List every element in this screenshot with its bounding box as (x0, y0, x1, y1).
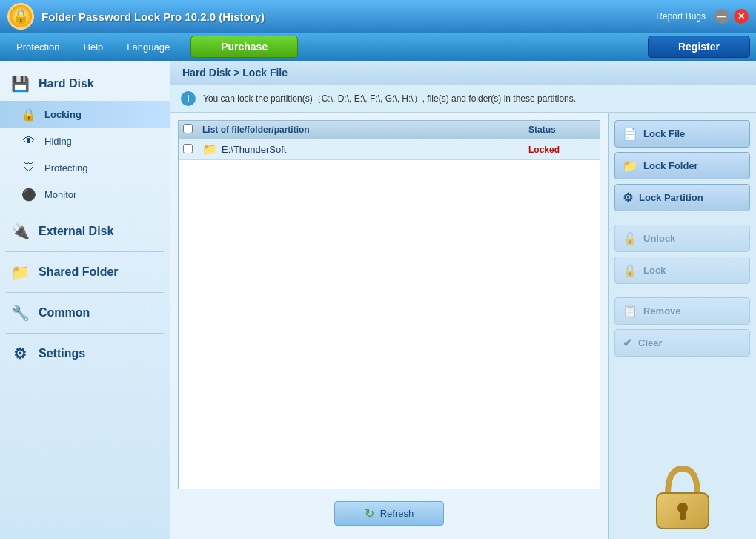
column-name-header: List of file/folder/partition (202, 125, 523, 135)
info-text: You can lock the partition(s)（C:\, D:\, … (203, 93, 576, 105)
hiding-icon: 👁 (21, 133, 37, 149)
register-button[interactable]: Register (648, 36, 750, 58)
sidebar-section-common[interactable]: 🔧 Common (0, 296, 170, 330)
close-button[interactable]: ✕ (734, 9, 749, 24)
remove-button[interactable]: 📋 Remove (614, 297, 750, 325)
remove-label: Remove (643, 305, 681, 317)
app-title: Folder Password Lock Pro 10.2.0 (History… (42, 10, 649, 23)
monitor-icon: ⚫ (21, 186, 37, 202)
main-layout: 💾 Hard Disk 🔒 Locking 👁 Hiding 🛡 Protect… (0, 61, 756, 539)
purchase-button[interactable]: Purchase (190, 36, 298, 58)
lock-partition-label: Lock Partition (639, 192, 703, 203)
sidebar-hiding-label: Hiding (44, 136, 72, 147)
sidebar-divider-3 (6, 292, 164, 293)
menu-language[interactable]: Language (116, 38, 180, 56)
clear-button[interactable]: ✔ Clear (614, 329, 750, 357)
remove-icon: 📋 (623, 304, 637, 318)
sidebar-divider-2 (6, 251, 164, 252)
button-spacer-2 (614, 288, 750, 293)
lock-button[interactable]: 🔒 Lock (614, 257, 750, 284)
sidebar-common-label: Common (39, 306, 90, 320)
row-check-input[interactable] (183, 144, 193, 153)
lock-file-icon: 📄 (623, 127, 637, 141)
app-logo: 🔒 (7, 3, 34, 30)
unlock-label: Unlock (643, 233, 675, 244)
sidebar-item-hiding[interactable]: 👁 Hiding (0, 128, 170, 154)
table-row[interactable]: 📁 E:\ThunderSoft Locked (179, 139, 600, 160)
lock-icon: 🔒 (623, 263, 637, 277)
file-table: List of file/folder/partition Status 📁 E… (178, 120, 600, 489)
file-name-cell: 📁 E:\ThunderSoft (202, 142, 523, 156)
sidebar-external-disk-label: External Disk (39, 225, 113, 238)
settings-icon: ⚙ (9, 343, 31, 365)
sidebar-monitor-label: Monitor (44, 189, 76, 200)
sidebar-shared-folder-label: Shared Folder (39, 265, 119, 279)
info-icon: i (181, 91, 196, 106)
info-bar: i You can lock the partition(s)（C:\, D:\… (170, 85, 756, 113)
protecting-icon: 🛡 (21, 159, 37, 176)
lock-file-button[interactable]: 📄 Lock File (614, 120, 750, 148)
sidebar-divider-4 (6, 333, 164, 334)
lock-image (614, 450, 750, 532)
file-status-cell: Locked (528, 145, 595, 155)
file-path: E:\ThunderSoft (222, 144, 286, 155)
sidebar-section-hard-disk[interactable]: 💾 Hard Disk (0, 67, 170, 101)
lock-folder-label: Lock Folder (643, 160, 698, 171)
column-status-header: Status (528, 125, 595, 135)
lock-partition-button[interactable]: ⚙ Lock Partition (614, 184, 750, 211)
report-bugs-label: Report Bugs (656, 11, 706, 22)
sidebar-hard-disk-label: Hard Disk (39, 77, 94, 90)
file-table-header: List of file/folder/partition Status (179, 121, 600, 139)
right-panel: 📄 Lock File 📁 Lock Folder ⚙ Lock Partiti… (608, 113, 756, 539)
content-area: Hard Disk > Lock File i You can lock the… (170, 61, 756, 539)
sidebar-section-external-disk[interactable]: 🔌 External Disk (0, 214, 170, 248)
sidebar-section-settings[interactable]: ⚙ Settings (0, 337, 170, 371)
sidebar: 💾 Hard Disk 🔒 Locking 👁 Hiding 🛡 Protect… (0, 61, 170, 539)
sidebar-locking-label: Locking (44, 109, 82, 120)
refresh-button[interactable]: ↻ Refresh (334, 501, 445, 526)
lock-folder-icon: 📁 (623, 159, 637, 173)
check-all-input[interactable] (183, 124, 193, 133)
lock-folder-button[interactable]: 📁 Lock Folder (614, 152, 750, 179)
row-checkbox[interactable] (183, 144, 196, 156)
clear-icon: ✔ (623, 336, 632, 350)
hard-disk-icon: 💾 (9, 73, 31, 95)
breadcrumb: Hard Disk > Lock File (170, 61, 756, 85)
button-spacer-1 (614, 216, 750, 220)
external-disk-icon: 🔌 (9, 220, 31, 242)
menu-protection[interactable]: Protection (6, 38, 70, 56)
svg-rect-2 (680, 511, 686, 520)
title-bar: 🔒 Folder Password Lock Pro 10.2.0 (Histo… (0, 0, 756, 33)
folder-icon: 📁 (202, 142, 217, 156)
refresh-bar: ↻ Refresh (178, 495, 600, 532)
lock-partition-icon: ⚙ (623, 191, 633, 205)
sidebar-settings-label: Settings (39, 347, 85, 360)
sidebar-item-monitor[interactable]: ⚫ Monitor (0, 181, 170, 208)
refresh-label: Refresh (380, 508, 414, 519)
unlock-icon: 🔓 (623, 231, 637, 245)
locking-icon: 🔒 (21, 106, 37, 122)
unlock-button[interactable]: 🔓 Unlock (614, 225, 750, 252)
file-panel: List of file/folder/partition Status 📁 E… (170, 113, 608, 539)
sidebar-item-locking[interactable]: 🔒 Locking (0, 101, 170, 128)
common-icon: 🔧 (9, 302, 31, 324)
sidebar-section-shared-folder[interactable]: 📁 Shared Folder (0, 255, 170, 289)
refresh-icon: ↻ (365, 506, 374, 520)
lock-file-label: Lock File (643, 128, 685, 139)
menu-bar: Protection Help Language Purchase Regist… (0, 33, 756, 61)
check-all-checkbox[interactable] (183, 124, 196, 136)
content-split: List of file/folder/partition Status 📁 E… (170, 113, 756, 539)
shared-folder-icon: 📁 (9, 261, 31, 283)
minimize-button[interactable]: — (714, 9, 729, 24)
lock-svg (649, 457, 716, 532)
menu-help[interactable]: Help (73, 38, 114, 56)
clear-label: Clear (638, 337, 663, 348)
title-bar-controls: Report Bugs — ✕ (656, 9, 749, 24)
sidebar-divider-1 (6, 211, 164, 211)
sidebar-protecting-label: Protecting (44, 162, 88, 173)
sidebar-item-protecting[interactable]: 🛡 Protecting (0, 154, 170, 181)
lock-label: Lock (643, 265, 666, 276)
